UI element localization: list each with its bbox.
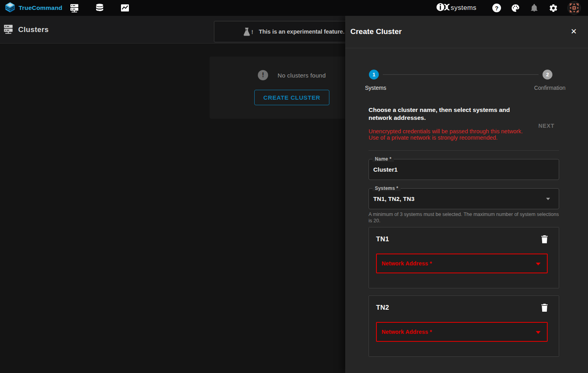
system-card-header: TN1 — [376, 235, 548, 243]
system-card-header: TN2 — [376, 304, 548, 312]
system-card-tn1: TN1 Network Address * — [369, 227, 559, 288]
systems-nav-icon[interactable] — [70, 3, 79, 13]
instruction-text: Choose a cluster name, then select syste… — [369, 106, 531, 122]
topbar-nav — [70, 3, 130, 13]
step-1-label: Systems — [365, 85, 386, 91]
section-divider — [369, 150, 559, 151]
storage-nav-icon[interactable] — [95, 3, 104, 13]
chevron-down-icon — [536, 263, 541, 265]
panel-body: 1 2 Systems Confirmation Choose a cluste… — [345, 48, 588, 373]
experimental-bang: ! — [251, 28, 253, 35]
topbar: TrueCommand — [0, 0, 588, 16]
systems-helper-text: A minimum of 3 systems must be selected.… — [369, 211, 559, 224]
trash-icon — [541, 235, 548, 243]
theme-palette-icon[interactable] — [510, 3, 520, 13]
create-cluster-panel: Create Cluster ✕ 1 2 Systems Confirmatio… — [345, 16, 588, 373]
page-title: Clusters — [18, 25, 49, 34]
ixsystems-logo-icon — [436, 2, 450, 14]
experimental-beaker-icon: ! — [244, 28, 253, 36]
close-icon[interactable]: ✕ — [569, 27, 579, 36]
next-button[interactable]: NEXT — [538, 123, 554, 129]
wizard-stepper: 1 2 — [369, 70, 559, 80]
empty-state-row: ! No clusters found — [258, 70, 326, 80]
network-address-label: Network Address * — [382, 260, 432, 267]
step-2-label: Confirmation — [534, 85, 565, 91]
create-cluster-button[interactable]: CREATE CLUSTER — [254, 90, 329, 105]
empty-state-message: No clusters found — [278, 72, 326, 79]
page-title-group: Clusters — [3, 16, 49, 44]
exclamation-circle-icon: ! — [258, 70, 268, 80]
panel-title: Create Cluster — [350, 27, 402, 36]
stepper-labels: Systems Confirmation — [365, 85, 565, 91]
step-1-circle[interactable]: 1 — [369, 70, 379, 80]
brand-name: TrueCommand — [19, 4, 62, 11]
clusters-icon — [3, 24, 13, 36]
trash-icon — [541, 304, 548, 312]
reports-nav-icon[interactable] — [120, 3, 130, 13]
topbar-actions: systems ? — [436, 1, 581, 15]
ixsystems-wordmark: systems — [451, 4, 476, 12]
step-2-circle[interactable]: 2 — [543, 70, 552, 80]
network-address-select-tn1[interactable]: Network Address * — [376, 254, 548, 273]
network-address-label: Network Address * — [382, 329, 432, 335]
user-avatar[interactable] — [567, 1, 581, 15]
panel-header: Create Cluster ✕ — [345, 16, 588, 48]
instruction-block: Choose a cluster name, then select syste… — [369, 106, 559, 141]
system-card-tn2: TN2 Network Address * — [369, 295, 559, 357]
network-warning-text: Unencrypted credentials will be passed t… — [369, 128, 524, 141]
settings-gear-icon[interactable] — [548, 3, 558, 13]
chevron-down-icon — [546, 198, 550, 200]
cluster-name-label: Name * — [372, 156, 394, 162]
systems-select-value: TN1, TN2, TN3 — [373, 195, 414, 202]
cluster-name-value: Cluster1 — [373, 166, 398, 173]
delete-system-button[interactable] — [541, 235, 548, 243]
notifications-bell-icon[interactable] — [529, 3, 539, 13]
truecommand-logo-icon — [5, 2, 15, 14]
stepper-connector-line — [383, 74, 539, 75]
app-window: TrueCommand — [0, 0, 588, 373]
system-card-title: TN1 — [376, 235, 389, 243]
chevron-down-icon — [536, 331, 541, 334]
systems-select[interactable]: Systems * TN1, TN2, TN3 — [369, 188, 559, 209]
network-address-select-tn2[interactable]: Network Address * — [376, 322, 548, 342]
system-card-title: TN2 — [376, 304, 389, 312]
delete-system-button[interactable] — [541, 304, 548, 312]
help-icon[interactable]: ? — [492, 4, 501, 12]
cluster-name-field[interactable]: Name * Cluster1 — [369, 159, 559, 180]
truecommand-logo[interactable]: TrueCommand — [5, 2, 62, 14]
ixsystems-logo: systems — [436, 2, 476, 14]
experimental-banner-text: This is an experimental feature. — [259, 28, 345, 35]
systems-select-label: Systems * — [372, 186, 401, 191]
